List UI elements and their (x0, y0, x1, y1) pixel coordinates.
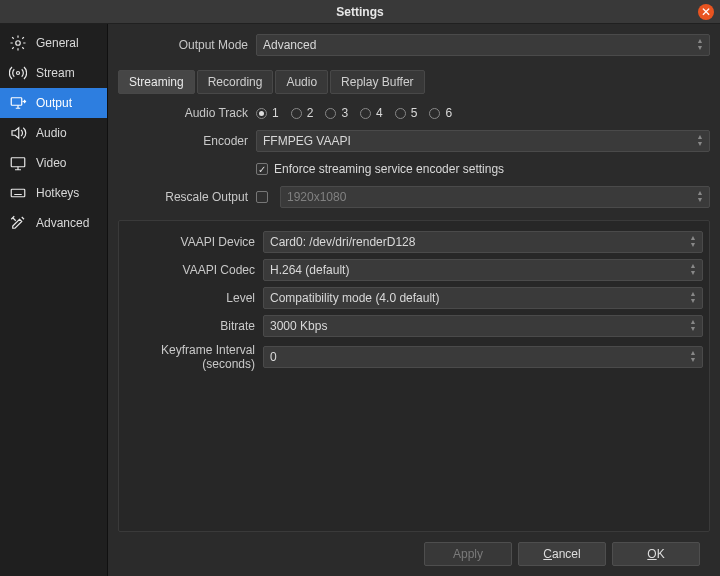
bitrate-value: 3000 Kbps (270, 319, 327, 333)
spinner-icon: ▲▼ (687, 349, 699, 365)
vaapi-device-label: VAAPI Device (125, 235, 263, 249)
vaapi-device-select[interactable]: Card0: /dev/dri/renderD128 ▲▼ (263, 231, 703, 253)
audio-track-label: Audio Track (118, 106, 256, 120)
keyframe-input[interactable]: 0 ▲▼ (263, 346, 703, 368)
window-title: Settings (336, 5, 383, 19)
svg-rect-3 (11, 158, 25, 167)
close-icon: ✕ (701, 5, 711, 19)
radio-icon (395, 108, 406, 119)
vaapi-device-value: Card0: /dev/dri/renderD128 (270, 235, 415, 249)
svg-point-1 (17, 72, 20, 75)
level-select[interactable]: Compatibility mode (4.0 default) ▲▼ (263, 287, 703, 309)
sidebar-item-label: Video (36, 156, 66, 170)
sidebar-item-label: Hotkeys (36, 186, 79, 200)
sidebar-item-video[interactable]: Video (0, 148, 107, 178)
rescale-label: Rescale Output (118, 190, 256, 204)
audio-track-2[interactable]: 2 (291, 106, 314, 120)
encoder-settings-panel: VAAPI Device Card0: /dev/dri/renderD128 … (118, 220, 710, 532)
gear-icon (8, 33, 28, 53)
tab-audio[interactable]: Audio (275, 70, 328, 94)
radio-icon (291, 108, 302, 119)
vaapi-codec-label: VAAPI Codec (125, 263, 263, 277)
sidebar-item-label: Audio (36, 126, 67, 140)
broadcast-icon (8, 63, 28, 83)
keyboard-icon (8, 183, 28, 203)
apply-button: Apply (424, 542, 512, 566)
chevron-updown-icon: ▲▼ (687, 290, 699, 306)
audio-track-5[interactable]: 5 (395, 106, 418, 120)
titlebar: Settings ✕ (0, 0, 720, 24)
main-panel: Output Mode Advanced ▲▼ Streaming Record… (108, 24, 720, 576)
chevron-updown-icon: ▲▼ (694, 37, 706, 53)
rescale-value: 1920x1080 (287, 190, 346, 204)
sidebar-item-advanced[interactable]: Advanced (0, 208, 107, 238)
audio-track-1[interactable]: 1 (256, 106, 279, 120)
radio-icon (325, 108, 336, 119)
rescale-checkbox[interactable] (256, 191, 268, 203)
dialog-buttons: Apply Cancel OK (118, 532, 710, 576)
sidebar: General Stream Output Audio Video Hotkey… (0, 24, 108, 576)
sidebar-item-general[interactable]: General (0, 28, 107, 58)
encoder-label: Encoder (118, 134, 256, 148)
cancel-button[interactable]: Cancel (518, 542, 606, 566)
tab-streaming[interactable]: Streaming (118, 70, 195, 94)
chevron-updown-icon: ▲▼ (687, 234, 699, 250)
vaapi-codec-select[interactable]: H.264 (default) ▲▼ (263, 259, 703, 281)
radio-icon (256, 108, 267, 119)
output-tabs: Streaming Recording Audio Replay Buffer (118, 70, 710, 94)
sidebar-item-label: Stream (36, 66, 75, 80)
output-mode-value: Advanced (263, 38, 316, 52)
tab-recording[interactable]: Recording (197, 70, 274, 94)
ok-button[interactable]: OK (612, 542, 700, 566)
audio-track-4[interactable]: 4 (360, 106, 383, 120)
radio-icon (360, 108, 371, 119)
sidebar-item-label: Output (36, 96, 72, 110)
svg-rect-2 (11, 98, 22, 106)
svg-rect-4 (11, 189, 25, 197)
chevron-updown-icon: ▲▼ (687, 262, 699, 278)
tab-replay-buffer[interactable]: Replay Buffer (330, 70, 425, 94)
monitor-arrow-icon (8, 93, 28, 113)
speaker-icon (8, 123, 28, 143)
output-mode-label: Output Mode (118, 38, 256, 52)
radio-icon (429, 108, 440, 119)
audio-track-group: 1 2 3 4 5 6 (256, 106, 710, 120)
tools-icon (8, 213, 28, 233)
rescale-select[interactable]: 1920x1080 ▲▼ (280, 186, 710, 208)
svg-point-0 (16, 41, 21, 46)
sidebar-item-hotkeys[interactable]: Hotkeys (0, 178, 107, 208)
keyframe-value: 0 (270, 350, 277, 364)
level-value: Compatibility mode (4.0 default) (270, 291, 439, 305)
enforce-checkbox[interactable] (256, 163, 268, 175)
sidebar-item-audio[interactable]: Audio (0, 118, 107, 148)
chevron-updown-icon: ▲▼ (694, 133, 706, 149)
sidebar-item-label: General (36, 36, 79, 50)
monitor-icon (8, 153, 28, 173)
sidebar-item-label: Advanced (36, 216, 89, 230)
enforce-label: Enforce streaming service encoder settin… (274, 162, 504, 176)
sidebar-item-stream[interactable]: Stream (0, 58, 107, 88)
keyframe-label: Keyframe Interval (seconds) (125, 343, 263, 371)
audio-track-3[interactable]: 3 (325, 106, 348, 120)
bitrate-input[interactable]: 3000 Kbps ▲▼ (263, 315, 703, 337)
sidebar-item-output[interactable]: Output (0, 88, 107, 118)
vaapi-codec-value: H.264 (default) (270, 263, 349, 277)
audio-track-6[interactable]: 6 (429, 106, 452, 120)
level-label: Level (125, 291, 263, 305)
close-button[interactable]: ✕ (698, 4, 714, 20)
encoder-value: FFMPEG VAAPI (263, 134, 351, 148)
spinner-icon: ▲▼ (687, 318, 699, 334)
bitrate-label: Bitrate (125, 319, 263, 333)
output-mode-select[interactable]: Advanced ▲▼ (256, 34, 710, 56)
chevron-updown-icon: ▲▼ (694, 189, 706, 205)
encoder-select[interactable]: FFMPEG VAAPI ▲▼ (256, 130, 710, 152)
